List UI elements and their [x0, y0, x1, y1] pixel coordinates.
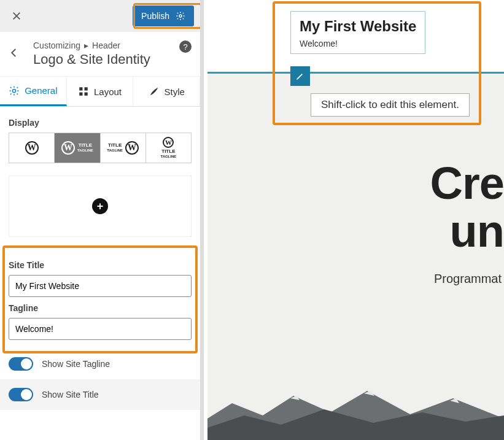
chevron-left-icon [9, 47, 20, 58]
svg-rect-2 [79, 87, 82, 90]
publish-button[interactable]: Publish [133, 6, 194, 26]
display-opt-logo-over-title[interactable]: W TITLETAGLINE [146, 133, 191, 163]
preview-tagline: Welcome! [300, 39, 416, 48]
site-title-label: Site Title [9, 260, 192, 270]
svg-point-1 [13, 89, 16, 92]
toggle-show-title-label: Show Site Title [42, 390, 99, 399]
tabs: General Layout Style [0, 77, 200, 107]
display-opt-logo[interactable]: W [9, 133, 55, 163]
tab-layout-label: Layout [94, 87, 122, 97]
tab-general[interactable]: General [0, 77, 67, 106]
svg-rect-4 [79, 93, 82, 96]
back-button[interactable] [9, 46, 20, 62]
topbar: Publish [0, 0, 200, 32]
gear-icon [9, 85, 20, 96]
edit-element-button[interactable] [290, 66, 310, 86]
breadcrumb-section: Header [92, 41, 120, 50]
close-button[interactable] [6, 6, 27, 26]
wordpress-logo-icon: W [163, 137, 174, 148]
brush-icon [149, 86, 160, 97]
preview-site-title: My First Website [300, 18, 416, 35]
breadcrumb: Customizing ▸ Header Logo & Site Identit… [0, 32, 200, 77]
layout-icon [78, 86, 89, 97]
toggle-show-tagline-row: Show Site Tagline [0, 349, 200, 379]
wordpress-logo-icon: W [25, 141, 39, 155]
plus-icon: + [92, 198, 108, 214]
publish-label: Publish [141, 11, 169, 21]
tab-layout[interactable]: Layout [67, 77, 134, 106]
toggle-show-tagline[interactable] [9, 357, 33, 371]
preview-pane: My First Website Welcome! Shift-click to… [207, 0, 504, 440]
display-options: W W TITLETAGLINE TITLETAGLINE W W TITLET… [9, 133, 192, 163]
hero-heading-line1: Cre [430, 160, 504, 207]
customizer-sidebar: Publish Customizing ▸ Header Logo & Site… [0, 0, 204, 440]
wordpress-logo-icon: W [125, 141, 139, 155]
hero-section: Cre un Programmat [430, 160, 504, 286]
page-title: Logo & Site Identity [33, 52, 200, 68]
preview-header: My First Website Welcome! [207, 0, 504, 74]
tagline-label: Tagline [9, 303, 192, 313]
breadcrumb-customizing: Customizing [33, 41, 80, 50]
toggle-show-tagline-label: Show Site Tagline [42, 359, 110, 369]
wordpress-logo-icon: W [61, 141, 75, 155]
svg-rect-5 [84, 93, 87, 96]
hero-subtext: Programmat [430, 272, 502, 286]
display-label: Display [9, 118, 192, 128]
edit-tooltip: Shift-click to edit this element. [311, 93, 470, 117]
help-button[interactable]: ? [179, 41, 192, 53]
gear-icon [176, 11, 185, 21]
display-opt-title-tagline-logo[interactable]: TITLETAGLINE W [101, 133, 146, 163]
display-section: Display W W TITLETAGLINE TITLETAGLINE W … [0, 107, 200, 167]
add-block-button[interactable]: + [9, 176, 192, 237]
site-title-input[interactable] [9, 275, 192, 297]
hero-heading-line2: un [430, 207, 504, 255]
tagline-input[interactable] [9, 318, 192, 340]
svg-rect-3 [84, 87, 87, 90]
tab-general-label: General [25, 85, 57, 96]
site-identity-box[interactable]: My First Website Welcome! [290, 11, 425, 54]
chevron-right-icon: ▸ [84, 41, 88, 50]
pencil-icon [295, 71, 305, 81]
tab-style-label: Style [165, 87, 185, 97]
tab-style[interactable]: Style [133, 77, 200, 106]
svg-point-0 [179, 15, 182, 17]
toggle-show-title[interactable] [9, 388, 33, 401]
mountain-image [207, 385, 504, 440]
identity-form: Site Title Tagline [0, 245, 200, 349]
close-icon [12, 11, 21, 21]
toggle-show-title-row: Show Site Title [0, 379, 200, 410]
display-opt-logo-title-tagline-inline[interactable]: W TITLETAGLINE [55, 133, 100, 163]
